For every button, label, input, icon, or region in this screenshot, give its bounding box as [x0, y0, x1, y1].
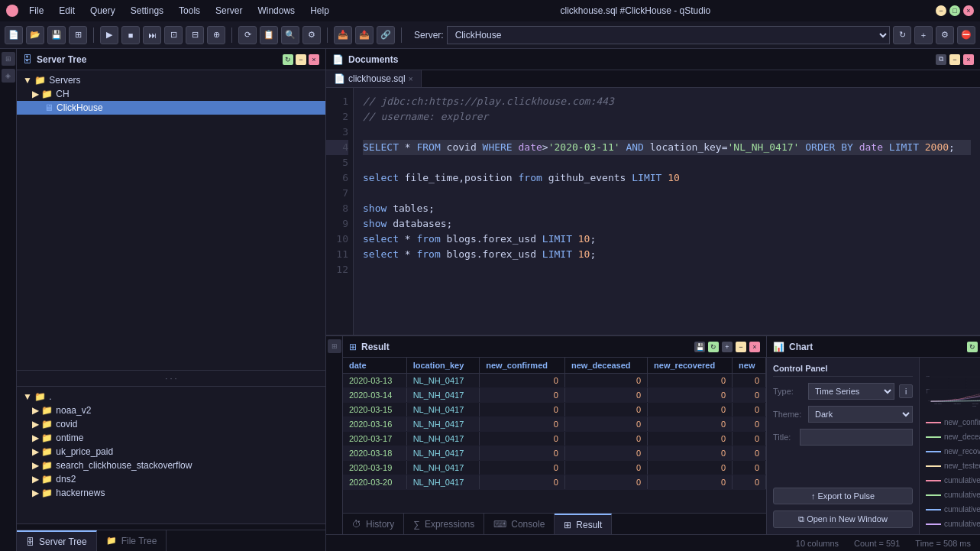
server-tree-close[interactable]: × [309, 54, 319, 65]
server-refresh-button[interactable]: ↻ [893, 26, 911, 44]
toolbar-btn-17[interactable]: 🔗 [377, 26, 395, 44]
menu-server[interactable]: Server [209, 4, 248, 18]
line-num-2: 2 [326, 109, 348, 125]
legend-color-cc [926, 480, 941, 481]
server-tree-tab-icon: 🗄 [26, 537, 34, 546]
toolbar-btn-8[interactable]: ⊡ [164, 26, 183, 44]
toolbar-btn-13[interactable]: 🔍 [281, 26, 299, 44]
cell-ns: 0 [733, 475, 766, 490]
export-to-pulse-button[interactable]: ↑ Export to Pulse [773, 488, 913, 504]
server-tree-icon: 🗄 [23, 54, 32, 65]
bottom-side-icon-1[interactable]: ⊞ [328, 339, 341, 353]
y-label-1000: 1,000 [926, 375, 930, 378]
save-button[interactable]: 💾 [47, 26, 66, 44]
result-minimize-btn[interactable]: − [736, 342, 746, 352]
server-tree-minimize[interactable]: − [296, 54, 306, 65]
cell-nr: 0 [648, 432, 733, 446]
ukprice-icon: ▶ 📁 [32, 446, 53, 457]
tree-item-servers[interactable]: ▼ 📁 Servers [17, 73, 325, 87]
type-select[interactable]: Time Series [808, 383, 894, 400]
editor-tab-clickhouse[interactable]: 📄 clickhouse.sql × [326, 70, 422, 87]
data-table-wrapper[interactable]: date location_key new_confirmed new_dece… [343, 358, 766, 513]
server-tree-title: Server Tree [37, 54, 278, 65]
export-label: Export to Pulse [817, 491, 875, 501]
menu-file[interactable]: File [23, 4, 50, 18]
menu-help[interactable]: Help [304, 4, 335, 18]
toolbar-btn-15[interactable]: 📥 [334, 26, 352, 44]
cell-loc: NL_NH_0417 [406, 417, 480, 432]
code-line-3 [363, 125, 971, 140]
run-button[interactable]: ▶ [100, 26, 118, 44]
tab-file-tree[interactable]: 📁 File Tree [97, 530, 167, 552]
tree-item-dot[interactable]: ▼ 📁 . [17, 390, 325, 404]
tree-item-covid[interactable]: ▶ 📁 covid [17, 417, 325, 431]
cell-nc: 0 [480, 446, 565, 461]
bottom-tab-result[interactable]: ⊞ Result [555, 514, 612, 535]
toolbar-btn-16[interactable]: 📤 [355, 26, 374, 44]
theme-select[interactable]: Dark [808, 406, 913, 423]
tree-item-clickhouse[interactable]: 🖥 ClickHouse [17, 101, 325, 115]
line-num-5: 5 [326, 155, 348, 170]
toolbar-btn-10[interactable]: ⊕ [207, 26, 225, 44]
type-info-btn[interactable]: i [899, 384, 913, 398]
server-disconnect-button[interactable]: ⛔ [957, 26, 975, 44]
toolbar-btn-14[interactable]: ⚙ [302, 26, 321, 44]
new-file-button[interactable]: 📄 [5, 26, 23, 44]
result-close-btn[interactable]: × [749, 342, 760, 352]
documents-icon: 📄 [332, 54, 344, 65]
title-input[interactable] [800, 429, 913, 446]
server-settings-button[interactable]: ⚙ [936, 26, 954, 44]
toolbar-btn-9[interactable]: ⊟ [186, 26, 204, 44]
history-tab-label: History [366, 519, 394, 530]
menu-windows[interactable]: Windows [251, 4, 301, 18]
stop-button[interactable]: ■ [121, 26, 140, 44]
bottom-tab-history[interactable]: ⏱ History [343, 514, 404, 535]
tree-item-ukprice[interactable]: ▶ 📁 uk_price_paid [17, 445, 325, 459]
menu-settings[interactable]: Settings [125, 4, 170, 18]
server-tree-refresh[interactable]: ↻ [283, 54, 293, 65]
server-tree-header: 🗄 Server Tree ↻ − × [17, 49, 325, 70]
server-select[interactable]: ClickHouse [447, 26, 890, 44]
editor-external-button[interactable]: ⧉ [936, 54, 946, 65]
editor-tab-close[interactable]: × [409, 75, 413, 83]
chart-refresh[interactable]: ↻ [967, 342, 978, 352]
result-save-btn[interactable]: 💾 [694, 342, 705, 352]
code-content[interactable]: // jdbc:ch:https://play.clickhouse.com:4… [354, 88, 980, 335]
bottom-tab-expressions[interactable]: ∑ Expressions [404, 514, 484, 535]
editor-minimize[interactable]: − [949, 54, 960, 65]
toolbar-btn-12[interactable]: 📋 [260, 26, 278, 44]
result-add-btn[interactable]: + [722, 342, 733, 352]
side-icon-1[interactable]: ⊞ [2, 52, 15, 66]
toolbar-btn-4[interactable]: ⊞ [69, 26, 87, 44]
side-icon-2[interactable]: ◈ [2, 69, 15, 83]
minimize-button[interactable]: − [936, 5, 946, 16]
tree-item-ontime[interactable]: ▶ 📁 ontime [17, 431, 325, 445]
sub-tree-area: ▼ 📁 . ▶ 📁 noaa_v2 ▶ 📁 covid ▶ 📁 ontime ▶… [17, 386, 325, 523]
toolbar-btn-11[interactable]: ⟳ [238, 26, 257, 44]
result-refresh-btn[interactable]: ↻ [708, 342, 719, 352]
console-tab-icon: ⌨ [493, 519, 506, 530]
open-in-new-window-button[interactable]: ⧉ Open in New Window [773, 510, 913, 528]
open-file-button[interactable]: 📂 [26, 26, 44, 44]
cell-ns: 0 [733, 403, 766, 417]
tree-item-hackernews[interactable]: ▶ 📁 hackernews [17, 486, 325, 500]
toolbar-btn-7[interactable]: ⏭ [143, 26, 161, 44]
legend-new-confirmed: new_confirmed [926, 418, 980, 426]
chart-svg: 1,000 500 0 Value [926, 364, 980, 415]
tab-server-tree[interactable]: 🗄 Server Tree [17, 530, 97, 552]
close-button[interactable]: × [963, 5, 974, 16]
tree-item-search[interactable]: ▶ 📁 search_clickhouse_stackoverflow [17, 459, 325, 472]
chart-legend: new_confirmed new_deceased new_recovered [926, 415, 980, 528]
bottom-tab-console[interactable]: ⌨ Console [484, 514, 555, 535]
editor-close[interactable]: × [963, 54, 974, 65]
menu-edit[interactable]: Edit [53, 4, 81, 18]
tree-item-dns2[interactable]: ▶ 📁 dns2 [17, 472, 325, 486]
tree-item-noaa[interactable]: ▶ 📁 noaa_v2 [17, 404, 325, 417]
tree-item-ch[interactable]: ▶ 📁 CH [17, 87, 325, 101]
menu-tools[interactable]: Tools [173, 4, 206, 18]
cell-nd: 0 [564, 388, 647, 403]
server-add-button[interactable]: + [914, 26, 933, 44]
menu-query[interactable]: Query [84, 4, 121, 18]
code-line-11: select * from blogs.forex_usd LIMIT 10; [363, 247, 971, 262]
maximize-button[interactable]: □ [949, 5, 960, 16]
